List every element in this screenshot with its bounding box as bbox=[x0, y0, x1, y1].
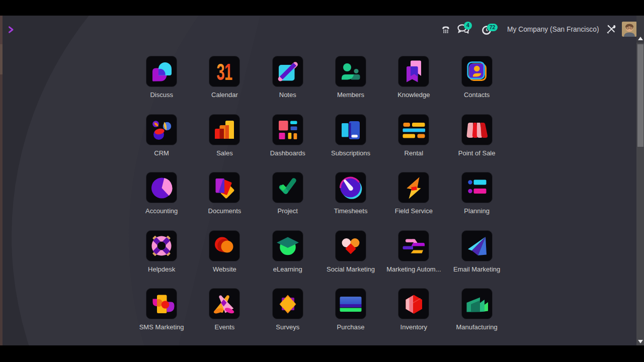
svg-text:3: 3 bbox=[217, 59, 225, 85]
svg-text:1: 1 bbox=[225, 59, 233, 85]
